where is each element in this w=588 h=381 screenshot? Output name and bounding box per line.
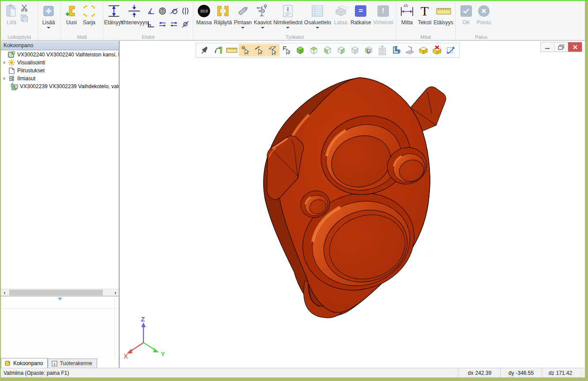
- window-border-right: [585, 1, 588, 381]
- to-surface-button[interactable]: Pintaan: [233, 2, 253, 30]
- chevron-down-icon: [241, 27, 245, 29]
- tree-row-instances[interactable]: Ilmiasut: [1, 75, 119, 82]
- distance-constraint-icon: [106, 3, 121, 19]
- panel-lower-pane: [1, 297, 119, 358]
- assembly-panel: Kokoonpano VX3002240 VX3002240 Vaihteist…: [1, 41, 119, 368]
- ok-button[interactable]: OK: [457, 2, 475, 26]
- add-icon: [42, 3, 55, 19]
- assembly-icon: [8, 51, 15, 58]
- perpendicular-constraint-button[interactable]: [147, 20, 155, 28]
- y-axis-label: Y: [161, 350, 165, 358]
- explode-icon: [216, 3, 230, 19]
- load-button[interactable]: Lataa: [332, 2, 350, 26]
- tree-row-visualization[interactable]: Visualisointi: [1, 59, 119, 67]
- ribbon-group-return: OK Poistu Paluu: [456, 1, 507, 40]
- part-locked-icon: [10, 83, 18, 90]
- parts-list-button[interactable]: Osaluettelo: [303, 2, 332, 30]
- ribbon-group-label: Leikepöytä: [1, 34, 38, 40]
- measure-distance-button[interactable]: Etäisyys: [433, 2, 453, 26]
- graphics-viewport[interactable]: Z X Y: [120, 41, 585, 368]
- splitter-collapse-icon[interactable]: [58, 298, 62, 300]
- tree-horizontal-scrollbar[interactable]: ‹ ›: [1, 289, 119, 296]
- coincidence-constraint-icon: [127, 3, 142, 19]
- ribbon-group-tools: 10,0 Massa Räjäytä Pintaan Kaa: [193, 1, 396, 40]
- series-button[interactable]: Sarja: [80, 2, 98, 26]
- info-tab-icon: i: [52, 361, 57, 366]
- expand-arrow-icon[interactable]: [4, 61, 6, 64]
- tab-kokoonpano[interactable]: Kokoonpano: [1, 358, 48, 368]
- constraint-mini-buttons: [145, 2, 191, 31]
- concentric-constraint-button[interactable]: [158, 7, 167, 15]
- tab-tuoterakenne[interactable]: i Tuoterakenne: [48, 359, 97, 368]
- expand-arrow-icon[interactable]: [4, 77, 6, 80]
- mass-icon: 10,0: [198, 5, 210, 17]
- new-part-icon: [65, 3, 78, 19]
- angle-constraint-button[interactable]: [147, 7, 155, 15]
- equal-spacing-constraint-button[interactable]: [158, 20, 167, 28]
- parts-list-icon: [310, 3, 324, 19]
- explode-button[interactable]: Räjäytä: [213, 2, 233, 26]
- status-dx: dx242.39: [459, 368, 500, 377]
- error-log-button[interactable]: ! Virheloki: [372, 2, 394, 26]
- sun-icon: [8, 59, 15, 66]
- paste-icon: [5, 3, 18, 19]
- drawing-icon: [8, 67, 15, 74]
- ok-check-icon: [460, 5, 472, 17]
- error-log-icon: !: [377, 5, 389, 17]
- chevron-down-icon: [47, 27, 50, 29]
- exit-x-icon: [478, 5, 490, 17]
- solve-icon: =: [355, 5, 366, 17]
- schematics-button[interactable]: Kaaviot: [253, 2, 273, 30]
- tree-row-part[interactable]: VX3002239 VX3002239 Vaihdekotelo, valu .: [1, 82, 119, 90]
- status-message: Valmiina (Opaste: paina F1): [1, 370, 459, 376]
- x-axis-label: X: [124, 352, 128, 360]
- text-icon: T: [421, 4, 429, 18]
- new-button[interactable]: Uusi: [63, 2, 80, 26]
- instances-icon: [8, 75, 15, 82]
- ribbon-group-add: Lisää: [38, 1, 61, 40]
- mass-button[interactable]: 10,0 Massa: [195, 2, 213, 26]
- gearbox-cover-model[interactable]: [264, 78, 446, 318]
- add-button[interactable]: Lisää: [40, 2, 57, 30]
- item-data-icon: i: [282, 3, 294, 19]
- item-data-button[interactable]: i Nimiketiedot: [272, 2, 303, 30]
- svg-text:i: i: [287, 6, 289, 12]
- tangent-line-constraint-button[interactable]: [181, 20, 190, 28]
- panel-header: Kokoonpano: [1, 41, 119, 50]
- resize-grip[interactable]: ⋰: [579, 368, 585, 377]
- ruler-icon: [436, 3, 452, 19]
- window-border-left: [0, 1, 1, 377]
- panel-tabs: Kokoonpano i Tuoterakenne: [1, 358, 119, 368]
- solve-button[interactable]: = Ratkaise: [350, 2, 372, 26]
- assembly-tab-icon: [5, 360, 11, 366]
- exit-button[interactable]: Poistu: [475, 2, 493, 26]
- to-surface-icon: [236, 3, 250, 19]
- text-button[interactable]: T Teksti: [416, 2, 433, 26]
- assembly-tree: VX3002240 VX3002240 Vaihteiston kansi, k…: [1, 51, 119, 289]
- chevron-down-icon: [286, 27, 290, 29]
- add-label: Lisää: [42, 19, 55, 26]
- z-axis-label: Z: [141, 315, 145, 323]
- tangent-circle-constraint-button[interactable]: [170, 7, 178, 15]
- dimension-button[interactable]: 45 Mitta: [398, 2, 416, 26]
- 3d-model-canvas[interactable]: Z X Y: [120, 41, 585, 368]
- ribbon: Liitä Leikepöytä Lisää: [1, 1, 585, 41]
- tree-row-assembly[interactable]: VX3002240 VX3002240 Vaihteiston kansi, k…: [1, 51, 119, 59]
- copy-button[interactable]: [20, 14, 28, 22]
- load-icon: [333, 3, 348, 19]
- status-bar: Valmiina (Opaste: paina F1) dx242.39 dy-…: [1, 368, 585, 377]
- paste-button[interactable]: Liitä: [3, 2, 20, 26]
- ribbon-group-constraints: Etäisyys Yhtenevyys Ehdot: [103, 1, 193, 40]
- dimension-icon: 45: [400, 4, 415, 18]
- scroll-left-icon[interactable]: ‹: [1, 289, 8, 296]
- parallel-constraint-button[interactable]: [170, 20, 178, 28]
- scroll-right-icon[interactable]: ›: [112, 289, 119, 296]
- coincidence-constraint-button[interactable]: Yhtenevyys: [123, 2, 145, 26]
- symmetry-constraint-button[interactable]: [181, 7, 190, 15]
- cut-button[interactable]: [20, 4, 28, 11]
- scrollbar-thumb[interactable]: [9, 290, 103, 295]
- window-border-bottom: [0, 377, 588, 381]
- ribbon-group-clipboard: Liitä Leikepöytä: [1, 1, 38, 40]
- tree-row-drawings[interactable]: Piirustukset: [1, 67, 119, 75]
- schematics-icon: [256, 3, 270, 19]
